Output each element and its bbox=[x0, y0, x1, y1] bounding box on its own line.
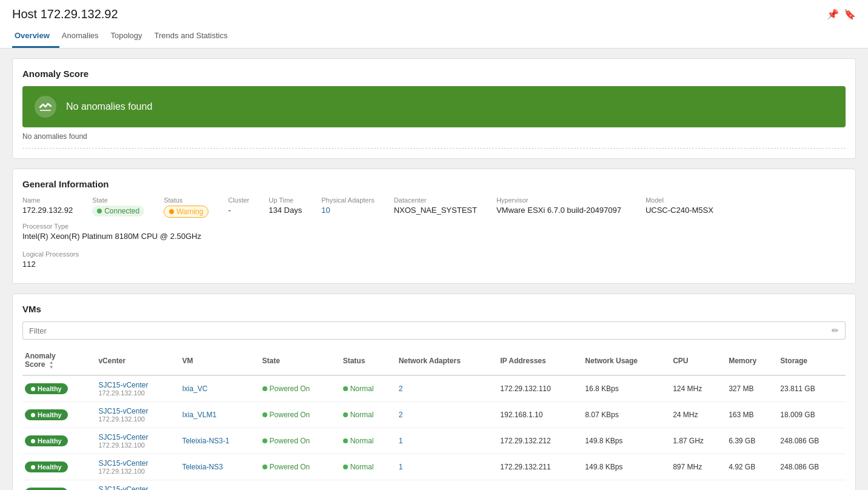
state-powered-on: Powered On bbox=[262, 463, 310, 471]
hypervisor-value: VMware ESXi 6.7.0 build-20497097 bbox=[496, 206, 621, 215]
status-dot bbox=[343, 465, 348, 469]
healthy-dot bbox=[31, 413, 35, 417]
filter-bar[interactable]: ✏ bbox=[22, 321, 846, 340]
cell-network-usage: 16.8 KBps bbox=[583, 375, 670, 402]
vm-link[interactable]: Teleixia-NS3 bbox=[182, 463, 222, 471]
vcenter-ip: 172.29.132.100 bbox=[98, 415, 175, 423]
tab-trends[interactable]: Trends and Statistics bbox=[152, 26, 238, 48]
physical-adapters-link[interactable]: 10 bbox=[321, 206, 330, 215]
info-status: Status Warning bbox=[164, 196, 228, 218]
cell-anomaly: Healthy bbox=[22, 375, 96, 402]
network-adapters-link[interactable]: 2 bbox=[399, 411, 403, 419]
processor-value: Intel(R) Xeon(R) Platinum 8180M CPU @ 2.… bbox=[22, 232, 201, 241]
anomaly-divider bbox=[22, 148, 846, 149]
processor-label: Processor Type bbox=[22, 223, 201, 230]
pin-icon[interactable]: 📌 bbox=[827, 8, 839, 20]
table-header-row: Anomaly Score ▲▼ vCenter VM State Status… bbox=[22, 347, 846, 375]
network-adapters-link[interactable]: 1 bbox=[399, 437, 403, 445]
state-powered-on: Powered On bbox=[262, 411, 310, 419]
table-row: Healthy SJC15-vCenter 172.29.132.100 Ixi… bbox=[22, 402, 846, 428]
tab-overview[interactable]: Overview bbox=[12, 26, 59, 48]
cell-anomaly: Healthy bbox=[22, 480, 96, 491]
logical-processors-value: 112 bbox=[22, 260, 79, 269]
cell-state: Powered On bbox=[260, 402, 341, 428]
vm-link[interactable]: Teleixia-NS3-1 bbox=[182, 437, 229, 445]
state-dot bbox=[262, 438, 267, 443]
vcenter-link[interactable]: SJC15-vCenter bbox=[98, 381, 175, 389]
cell-state: Powered On bbox=[260, 428, 341, 454]
main-content: Anomaly Score No anomalies found No anom… bbox=[0, 49, 868, 490]
tab-anomalies[interactable]: Anomalies bbox=[59, 26, 109, 48]
status-dot bbox=[343, 412, 348, 417]
cell-state: Powered On bbox=[260, 454, 341, 480]
cell-network-usage: 8.07 KBps bbox=[583, 402, 670, 428]
cell-cpu: 1.47 GHz bbox=[670, 480, 726, 491]
vcenter-link[interactable]: SJC15-vCenter bbox=[98, 459, 175, 468]
vms-title: VMs bbox=[22, 304, 846, 314]
cell-anomaly: Healthy bbox=[22, 402, 96, 428]
info-name: Name 172.29.132.92 bbox=[22, 196, 92, 218]
physical-adapters-value: 10 bbox=[321, 206, 374, 215]
col-vcenter: vCenter bbox=[96, 347, 179, 375]
anomaly-note: No anomalies found bbox=[22, 132, 846, 141]
status-normal: Normal bbox=[343, 384, 374, 393]
cell-ip-addresses: 172.29.132.213 bbox=[498, 480, 583, 491]
network-adapters-link[interactable]: 2 bbox=[399, 384, 403, 393]
cell-state: Powered On bbox=[260, 375, 341, 402]
cell-network-adapters: 2 bbox=[396, 375, 498, 402]
bookmark-icon[interactable]: 🔖 bbox=[844, 8, 856, 20]
info-processor: Processor Type Intel(R) Xeon(R) Platinum… bbox=[22, 223, 221, 241]
cell-cpu: 24 MHz bbox=[670, 402, 726, 428]
info-grid: Name 172.29.132.92 State Connected Statu… bbox=[22, 196, 846, 246]
state-dot bbox=[97, 209, 102, 213]
vcenter-link[interactable]: SJC15-vCenter bbox=[98, 433, 175, 441]
vcenter-ip: 172.29.132.100 bbox=[98, 441, 175, 449]
cell-cpu: 124 MHz bbox=[670, 375, 726, 402]
healthy-dot bbox=[31, 387, 35, 391]
col-ip-addresses: IP Addresses bbox=[498, 347, 583, 375]
vcenter-ip: 172.29.132.100 bbox=[98, 468, 175, 475]
cell-state: Powered On bbox=[260, 480, 341, 491]
model-value: UCSC-C240-M5SX bbox=[646, 206, 713, 215]
info-grid-2: Logical Processors 112 bbox=[22, 250, 846, 274]
page-header: Host 172.29.132.92 📌 🔖 Overview Anomalie… bbox=[0, 0, 868, 49]
general-info-card: General Information Name 172.29.132.92 S… bbox=[12, 169, 856, 284]
filter-edit-icon[interactable]: ✏ bbox=[832, 326, 839, 335]
cell-network-usage: 149.8 KBps bbox=[583, 428, 670, 454]
vm-link[interactable]: Ixia_VLM1 bbox=[182, 411, 216, 419]
vcenter-link[interactable]: SJC15-vCenter bbox=[98, 485, 175, 490]
cluster-label: Cluster bbox=[228, 196, 249, 204]
hypervisor-label: Hypervisor bbox=[496, 196, 621, 204]
state-dot bbox=[262, 465, 267, 469]
cell-memory: 4.92 GB bbox=[726, 454, 778, 480]
anomaly-banner-text: No anomalies found bbox=[66, 101, 152, 112]
vcenter-ip: 172.29.132.100 bbox=[98, 389, 175, 397]
info-uptime: Up Time 134 Days bbox=[269, 196, 321, 218]
cell-memory: 6.39 GB bbox=[726, 428, 778, 454]
table-row: Healthy SJC15-vCenter 172.29.132.100 Tel… bbox=[22, 454, 846, 480]
cell-status: Normal bbox=[341, 402, 396, 428]
anomaly-banner: No anomalies found bbox=[22, 86, 846, 127]
col-state: State bbox=[260, 347, 341, 375]
cell-cpu: 1.87 GHz bbox=[670, 428, 726, 454]
sort-anomaly[interactable]: ▲▼ bbox=[49, 360, 54, 370]
cell-network-usage: 149.8 KBps bbox=[583, 454, 670, 480]
cell-ip-addresses: 172.29.132.212 bbox=[498, 428, 583, 454]
table-row: Healthy SJC15-vCenter 172.29.132.100 Tel… bbox=[22, 428, 846, 454]
status-normal: Normal bbox=[343, 463, 374, 471]
general-info-title: General Information bbox=[22, 179, 846, 189]
network-adapters-link[interactable]: 1 bbox=[399, 463, 403, 471]
info-model: Model UCSC-C240-M5SX bbox=[646, 196, 733, 218]
name-value: 172.29.132.92 bbox=[22, 206, 73, 215]
cell-memory: 163 MB bbox=[726, 402, 778, 428]
cell-ip-addresses: 192.168.1.10 bbox=[498, 402, 583, 428]
vm-link[interactable]: Ixia_VC bbox=[182, 384, 207, 393]
filter-input[interactable] bbox=[29, 326, 832, 335]
info-hypervisor: Hypervisor VMware ESXi 6.7.0 build-20497… bbox=[496, 196, 646, 218]
cell-memory: 6.39 GB bbox=[726, 480, 778, 491]
anomaly-icon bbox=[35, 96, 56, 118]
tab-topology[interactable]: Topology bbox=[109, 26, 152, 48]
vcenter-link[interactable]: SJC15-vCenter bbox=[98, 407, 175, 415]
cell-vm: Teleixia-NS3 bbox=[179, 454, 259, 480]
healthy-badge: Healthy bbox=[25, 461, 68, 472]
